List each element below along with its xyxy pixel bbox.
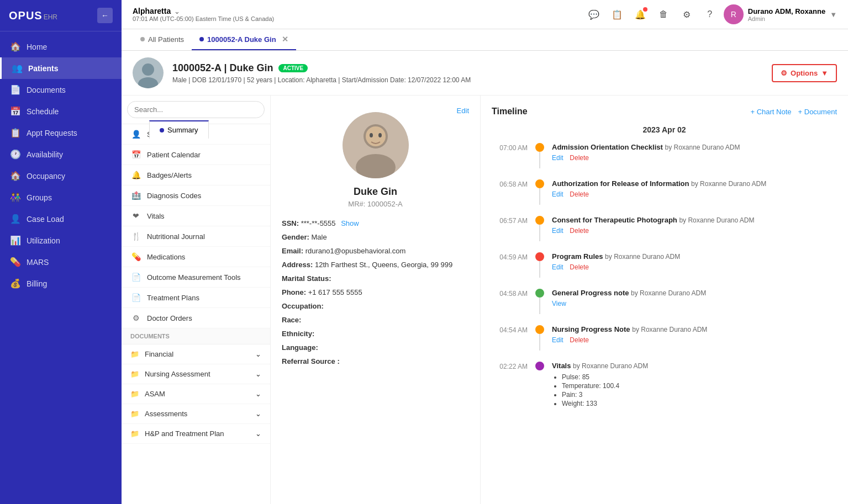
menu-item-outcome-tools[interactable]: 📄 Outcome Measurement Tools xyxy=(122,267,270,288)
back-button[interactable]: ← xyxy=(97,8,113,23)
timeline-actions: + Chart Note + Document xyxy=(750,108,837,116)
race-label: Race: xyxy=(282,316,301,324)
add-document-button[interactable]: + Document xyxy=(798,108,837,116)
sidebar-item-mars[interactable]: 💊 MARS xyxy=(0,251,122,273)
connector-4 xyxy=(535,289,544,314)
folder-financial-left: 📁 Financial xyxy=(130,350,173,358)
patient-race-row: Race: xyxy=(282,316,469,324)
event-delete-2[interactable]: Delete xyxy=(570,227,589,235)
sidebar-item-label: Documents xyxy=(27,86,66,94)
sidebar-item-label: Appt Requests xyxy=(27,129,77,137)
event-content-4: General Progress note by Roxanne Durano … xyxy=(552,289,837,307)
dot-6 xyxy=(535,362,544,370)
user-menu[interactable]: R Durano ADM, Roxanne Admin ▼ xyxy=(724,4,837,24)
sidebar-item-occupancy[interactable]: 🏠 Occupancy xyxy=(0,165,122,187)
alerts-icon: 🔔 xyxy=(130,171,141,179)
mars-icon: 💊 xyxy=(10,257,21,267)
tab-patient[interactable]: 1000052-A Duke Gin ✕ xyxy=(192,29,296,50)
sidebar-item-case-load[interactable]: 👤 Case Load xyxy=(0,208,122,230)
sidebar-item-patients[interactable]: 👥 Patients xyxy=(0,57,122,79)
notifications-button[interactable]: 🔔 xyxy=(631,5,650,24)
event-content-5: Nursing Progress Note by Roxanne Durano … xyxy=(552,325,837,344)
svg-point-8 xyxy=(378,133,382,137)
timeline-event-1: 06:58 AM Authorization for Release of In… xyxy=(492,179,837,205)
dot-3 xyxy=(535,252,544,261)
search-input[interactable] xyxy=(127,101,265,118)
sidebar-item-utilization[interactable]: 📊 Utilization xyxy=(0,230,122,251)
menu-item-vitals[interactable]: ❤ Vitals xyxy=(122,206,270,226)
add-chart-note-button[interactable]: + Chart Note xyxy=(750,108,791,116)
event-delete-3[interactable]: Delete xyxy=(570,263,589,271)
sidebar-item-billing[interactable]: 💰 Billing xyxy=(0,273,122,294)
dot-1 xyxy=(535,179,544,188)
event-edit-2[interactable]: Edit xyxy=(552,227,563,235)
outcome-icon: 📄 xyxy=(130,273,141,282)
event-view-4[interactable]: View xyxy=(552,300,566,307)
menu-item-treatment-plans[interactable]: 📄 Treatment Plans xyxy=(122,288,270,308)
options-button[interactable]: ⚙ Options ▼ xyxy=(772,64,837,82)
event-edit-0[interactable]: Edit xyxy=(552,154,563,162)
tab-label-all-patients: All Patients xyxy=(148,35,184,44)
sidebar-item-appt-requests[interactable]: 📋 Appt Requests xyxy=(0,122,122,144)
folder-assessments-left: 📁 Assessments xyxy=(130,410,187,418)
connector-6 xyxy=(535,362,544,370)
sidebar-item-groups[interactable]: 👫 Groups xyxy=(0,187,122,208)
folder-assessments[interactable]: 📁 Assessments ⌄ xyxy=(122,404,270,424)
folder-hp-icon: 📁 xyxy=(130,429,139,438)
line-0 xyxy=(539,152,540,168)
event-edit-5[interactable]: Edit xyxy=(552,336,563,344)
patient-address: 12th Farthest St., Queens, Georgia, 99 9… xyxy=(315,261,452,269)
topbar: Alpharetta ⌄ 07:01 AM (UTC-05:00) Easter… xyxy=(122,0,848,29)
location-dropdown-icon[interactable]: ⌄ xyxy=(174,7,180,15)
folder-financial[interactable]: 📁 Financial ⌄ xyxy=(122,344,270,364)
topbar-location: Alpharetta xyxy=(133,7,171,15)
timeline-event-6: 02:22 AM Vitals by Roxanne Durano ADM Pu… xyxy=(492,362,837,408)
menu-item-patient-calendar[interactable]: 📅 Patient Calendar xyxy=(122,145,270,165)
sidebar-item-availability[interactable]: 🕐 Availability xyxy=(0,144,122,165)
tab-close-button[interactable]: ✕ xyxy=(282,35,288,44)
edit-link[interactable]: Edit xyxy=(457,107,469,115)
menu-label-nutritional-journal: Nutritional Journal xyxy=(147,232,205,241)
event-delete-1[interactable]: Delete xyxy=(570,190,589,198)
show-ssn-link[interactable]: Show xyxy=(341,219,359,227)
sidebar-item-label: Home xyxy=(27,43,47,51)
menu-item-doctor-orders[interactable]: ⚙ Doctor Orders xyxy=(122,308,270,328)
folder-assessments-icon: 📁 xyxy=(130,410,139,418)
connector-3 xyxy=(535,252,544,278)
menu-item-medications[interactable]: 💊 Medications xyxy=(122,247,270,267)
menu-item-badges-alerts[interactable]: 🔔 Badges/Alerts xyxy=(122,165,270,185)
clipboard-button[interactable]: 📋 xyxy=(608,5,626,24)
availability-icon: 🕐 xyxy=(10,149,21,160)
patient-header: 1000052-A | Duke Gin ACTIVE Male | DOB 1… xyxy=(122,51,848,96)
settings-button[interactable]: ⚙ xyxy=(677,5,696,24)
sidebar-item-schedule[interactable]: 📅 Schedule xyxy=(0,100,122,122)
sidebar-item-documents[interactable]: 📄 Documents xyxy=(0,79,122,100)
phone-label: Phone: xyxy=(282,288,308,296)
event-delete-0[interactable]: Delete xyxy=(570,154,589,162)
connector-2 xyxy=(535,216,544,241)
doctor-orders-icon: ⚙ xyxy=(130,314,141,322)
event-delete-5[interactable]: Delete xyxy=(570,336,589,344)
patient-start-date: 12/07/2022 12:00 AM xyxy=(408,76,471,84)
chat-button[interactable]: 💬 xyxy=(584,5,603,24)
event-links-0: Edit Delete xyxy=(552,153,837,162)
event-edit-1[interactable]: Edit xyxy=(552,190,563,198)
patient-name-row: 1000052-A | Duke Gin ACTIVE xyxy=(172,62,763,74)
patient-email: rdurano1@opusbehavioral.com xyxy=(306,247,406,255)
menu-item-diagnosis-codes[interactable]: 🏥 Diagnosis Codes xyxy=(122,185,270,206)
folder-hp-treatment[interactable]: 📁 H&P and Treatment Plan ⌄ xyxy=(122,424,270,444)
folder-financial-label: Financial xyxy=(145,350,173,358)
event-edit-3[interactable]: Edit xyxy=(552,263,563,271)
treatment-icon: 📄 xyxy=(130,293,141,302)
folder-nursing-assessment[interactable]: 📁 Nursing Assessment ⌄ xyxy=(122,364,270,384)
sidebar-item-home[interactable]: 🏠 Home xyxy=(0,36,122,57)
event-links-3: Edit Delete xyxy=(552,263,837,271)
trash-button[interactable]: 🗑 xyxy=(654,5,673,24)
patient-detail-mr: MR#: 1000052-A xyxy=(282,200,469,208)
help-button[interactable]: ? xyxy=(700,5,719,24)
event-by-0: by Roxanne Durano ADM xyxy=(665,144,740,151)
menu-item-nutritional-journal[interactable]: 🍴 Nutritional Journal xyxy=(122,226,270,247)
event-by-6: by Roxanne Durano ADM xyxy=(573,362,648,370)
tab-all-patients[interactable]: All Patients xyxy=(133,30,192,50)
folder-asam[interactable]: 📁 ASAM ⌄ xyxy=(122,384,270,404)
